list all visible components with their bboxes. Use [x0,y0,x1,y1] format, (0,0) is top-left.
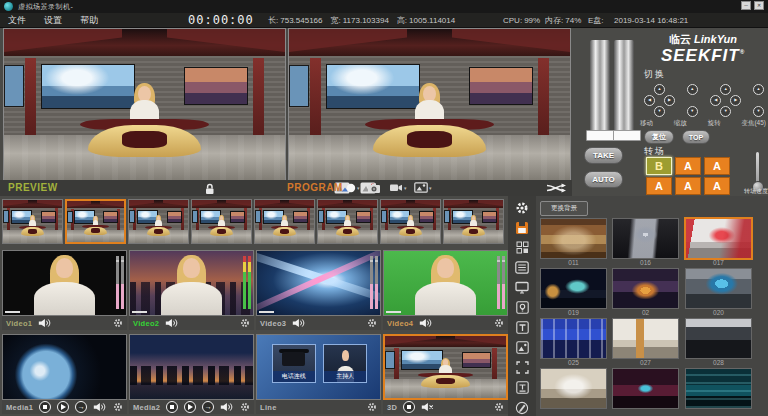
media-settings-gear-icon[interactable] [494,402,504,412]
light-tool-icon[interactable] [514,300,530,315]
media-settings-gear-icon[interactable] [240,402,250,412]
library-scene-thumbnail[interactable] [540,368,607,409]
library-scene-thumbnail[interactable] [685,368,752,409]
close-button[interactable]: ✕ [754,1,764,10]
scene-strip-item[interactable] [254,199,315,244]
picture-icon[interactable]: ▾ [414,182,432,193]
scene-strip-item[interactable] [128,199,189,244]
library-scene-thumbnail[interactable] [685,318,752,359]
library-scene-thumbnail[interactable] [540,268,607,309]
transition-button-1[interactable]: B [646,157,672,175]
settings-tool-icon[interactable] [514,200,530,215]
video-camera-icon[interactable]: ▾ [389,182,407,193]
reset-button[interactable]: 复位 [644,130,674,144]
source-thumb[interactable] [129,250,254,316]
scene-strip-item[interactable] [2,199,63,244]
play-button[interactable] [57,401,69,413]
tbar-left[interactable] [590,40,610,132]
play-button[interactable] [184,401,196,413]
media-thumb[interactable] [383,334,508,400]
transition-button-4[interactable]: A [646,177,672,195]
media-settings-gear-icon[interactable] [367,402,377,412]
top-button[interactable]: TOP [682,130,710,144]
auto-button[interactable]: AUTO [584,171,623,188]
speaker-icon[interactable] [292,318,305,328]
source-settings-gear-icon[interactable] [240,318,250,328]
snapshot-camera-icon[interactable] [367,182,381,194]
change-background-button[interactable]: 更换背景 [540,201,588,216]
scene-strip-item[interactable] [191,199,252,244]
transition-button-3[interactable]: A [704,157,730,175]
pad-rotate-up-button[interactable]: ▲ [720,84,731,95]
library-scene-thumbnail[interactable] [612,368,679,409]
frame-tool-icon[interactable] [514,360,530,375]
pad-move-left-button[interactable]: ◀ [644,95,655,106]
menu-settings[interactable]: 设置 [40,13,66,27]
speaker-icon[interactable] [38,318,51,328]
library-scene-thumbnail[interactable] [684,217,753,260]
next-button[interactable]: → [202,401,214,413]
stop-button[interactable] [166,401,178,413]
next-button[interactable]: → [75,401,87,413]
source-label-bar: Video1 [2,316,127,330]
scenes-tool-icon[interactable] [514,240,530,255]
library-scene-thumbnail[interactable] [612,318,679,359]
text-tool-icon[interactable] [514,320,530,335]
record-button[interactable]: ▾ [346,183,360,193]
minimize-button[interactable]: ─ [741,1,751,10]
stop-button[interactable] [39,401,51,413]
library-scene-thumbnail[interactable] [612,268,679,309]
speaker-icon[interactable] [93,402,106,412]
source-thumb[interactable] [2,250,127,316]
transition-button-2[interactable]: A [675,157,701,175]
take-button[interactable]: TAKE [584,147,623,164]
tbar-right[interactable] [614,40,634,132]
pad-move-up-button[interactable]: ▲ [654,84,665,95]
pad-move-right-button[interactable]: ▶ [664,95,675,106]
pad-scale-up-button[interactable]: ▲ [687,84,698,95]
pad-rotate-right-button[interactable]: ▶ [730,95,741,106]
source-thumb[interactable] [383,250,508,316]
monitor-tool-icon[interactable] [514,280,530,295]
scene-strip-item[interactable] [65,199,126,244]
scene-strip-item[interactable] [380,199,441,244]
speaker-icon[interactable] [419,318,432,328]
pad-rotate-left-button[interactable]: ◀ [710,95,721,106]
media-settings-gear-icon[interactable] [113,402,123,412]
media-thumb[interactable] [2,334,127,400]
subtitle-tool-icon[interactable] [514,380,530,395]
transition-button-5[interactable]: A [675,177,701,195]
source-settings-gear-icon[interactable] [113,318,123,328]
stop-button[interactable] [403,401,415,413]
source-settings-gear-icon[interactable] [367,318,377,328]
menu-file[interactable]: 文件 [4,13,30,27]
studio-screenc [255,210,261,223]
swap-icon[interactable] [545,182,567,194]
pad-scale-down-button[interactable]: ▼ [687,106,698,117]
library-scene-thumbnail[interactable] [685,268,752,309]
speaker-icon[interactable] [220,402,233,412]
save-tool-icon[interactable] [514,220,530,235]
scene-strip-item[interactable] [443,199,504,244]
playlist-tool-icon[interactable] [514,260,530,275]
image-tool-icon[interactable] [514,340,530,355]
source-thumb[interactable] [256,250,381,316]
speaker-icon[interactable] [165,318,178,328]
pad-rotate-down-button[interactable]: ▼ [720,106,731,117]
scene-strip-item[interactable] [317,199,378,244]
library-scene-thumbnail[interactable] [540,318,607,359]
pad-focus-up-button[interactable]: ▲ [753,84,764,95]
menu-help[interactable]: 帮助 [76,13,102,27]
media-thumb[interactable] [129,334,254,400]
speaker-muted-icon[interactable] [421,402,434,412]
draw-tool-icon[interactable] [514,400,530,415]
tbar-right-handle[interactable] [613,130,641,141]
lock-icon[interactable] [203,183,216,195]
pad-focus-down-button[interactable]: ▼ [753,106,764,117]
library-scene-thumbnail[interactable] [540,218,607,259]
source-settings-gear-icon[interactable] [494,318,504,328]
pad-move-down-button[interactable]: ▼ [654,106,665,117]
library-scene-thumbnail[interactable] [612,218,679,259]
tbar-left-handle[interactable] [586,130,614,141]
media-thumb[interactable]: 电话连线主持人 [256,334,381,400]
